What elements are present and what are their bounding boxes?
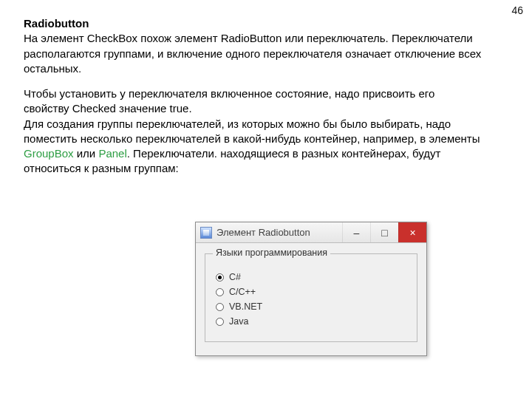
window-title: Элемент Radiobutton	[216, 227, 342, 238]
radio-list: C#C/C++VB.NETJava	[216, 272, 406, 327]
radio-item[interactable]: C/C++	[216, 287, 406, 297]
para-checked: Чтобы установить у переключателя включен…	[24, 86, 482, 117]
heading-radiobutton: Radiobutton	[24, 16, 482, 31]
radio-item[interactable]: Java	[216, 316, 406, 327]
window-buttons: – □ ×	[342, 222, 426, 242]
radio-item[interactable]: C#	[216, 272, 406, 282]
minimize-button[interactable]: –	[342, 222, 370, 242]
window-body: Языки программирования C#C/C++VB.NETJava	[196, 243, 426, 355]
titlebar[interactable]: Элемент Radiobutton – □ ×	[196, 222, 426, 243]
winform-window: Элемент Radiobutton – □ × Языки программ…	[195, 222, 427, 356]
radio-item[interactable]: VB.NET	[216, 301, 406, 312]
radio-label: C#	[229, 272, 241, 282]
para-containers-mid: или	[74, 147, 99, 160]
page-number: 46	[511, 4, 523, 16]
close-button[interactable]: ×	[398, 222, 426, 242]
article-body: Radiobutton На элемент CheckBox похож эл…	[24, 16, 482, 177]
groupbox-languages: Языки программирования C#C/C++VB.NETJava	[205, 253, 417, 342]
radio-label: VB.NET	[229, 301, 262, 312]
para-containers: Для создания группы переключателей, из к…	[24, 117, 482, 177]
maximize-icon: □	[381, 227, 387, 239]
minimize-icon: –	[354, 227, 360, 239]
maximize-button[interactable]: □	[370, 222, 398, 242]
keyword-panel: Panel	[98, 147, 126, 160]
radio-icon	[216, 288, 224, 296]
radio-icon	[216, 303, 224, 311]
radio-icon	[216, 273, 224, 282]
app-icon	[200, 227, 212, 239]
para-intro: На элемент CheckBox похож элемент RadioB…	[24, 31, 482, 76]
radio-icon	[216, 318, 224, 326]
radio-label: C/C++	[229, 287, 256, 297]
groupbox-legend: Языки программирования	[213, 248, 330, 258]
radio-label: Java	[229, 316, 248, 327]
close-icon: ×	[409, 227, 415, 239]
keyword-groupbox: GroupBox	[24, 147, 74, 160]
para-containers-prefix: Для создания группы переключателей, из к…	[24, 117, 480, 145]
